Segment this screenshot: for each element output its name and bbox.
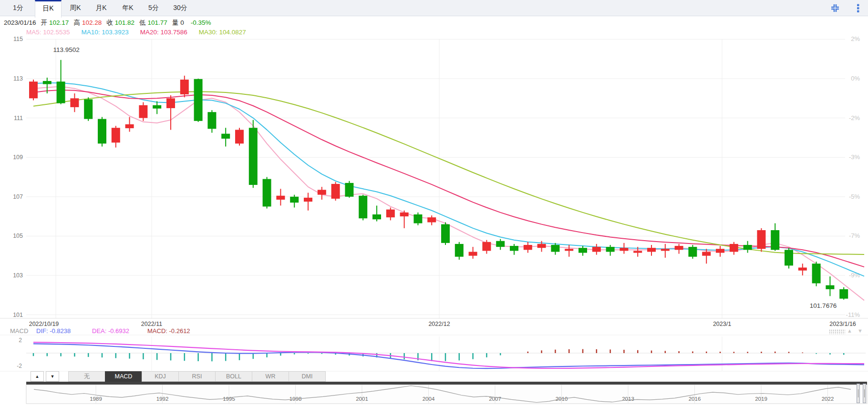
indicator-tab-MACD[interactable]: MACD [105, 371, 142, 382]
price-annotation: 101.7676 [810, 302, 837, 309]
period-tabbar: 1分日K周K月K年K5分30分 [0, 0, 868, 16]
navigator-year-label: 1989 [90, 396, 102, 402]
ma-line-MA5 [33, 87, 864, 301]
candle-body [413, 214, 422, 223]
period-tab-3[interactable]: 周K [62, 0, 88, 16]
candle-body [716, 249, 724, 253]
percent-axis-label: 2% [851, 35, 860, 42]
kline-chart-app: { "accent_colors": { "up_red": "#ec2d30"… [0, 0, 868, 416]
navigator-year-label: 2022 [822, 396, 834, 402]
quote-date: 2023/01/16 [4, 19, 36, 26]
candle-body [441, 224, 450, 243]
candle-body [304, 198, 312, 202]
candle-body [496, 241, 505, 247]
indicator-tab-RSI[interactable]: RSI [178, 371, 216, 382]
candle-body [249, 128, 258, 185]
field-value: 102.28 [82, 19, 102, 26]
kline-chart-canvas[interactable]: 1152%1130%111-2%109-3%107-5%105-7%103-9%… [0, 0, 868, 416]
candle-body [221, 134, 230, 139]
kebab-menu-icon[interactable] [853, 3, 863, 13]
percent-axis-label: -2% [849, 114, 860, 122]
field-value: 101.77 [147, 19, 167, 26]
candle-body [675, 246, 683, 250]
price-axis-label: 103 [13, 272, 23, 279]
percent-axis-label: -5% [849, 193, 860, 200]
collapse-icon[interactable] [830, 3, 840, 13]
candle-body [372, 214, 381, 219]
ma-legend-4: MA30: 104.0827 [199, 29, 246, 36]
indicator-tab-WR[interactable]: WR [252, 371, 289, 382]
ma-legend-3: MA20: 103.7586 [140, 29, 187, 36]
field-value: 101.82 [115, 19, 134, 26]
candle-body [112, 128, 120, 142]
candle-body [276, 196, 285, 200]
macd-value-label: DIF: -0.8238 [36, 327, 71, 335]
candle-body [400, 213, 409, 216]
ma-values-row: MA5: 102.5535MA10: 103.3923MA20: 103.758… [26, 29, 258, 37]
field-label: 开 [41, 19, 48, 26]
indicator-tab-BOLL[interactable]: BOLL [215, 371, 252, 382]
macd-scroll-strip[interactable] [829, 329, 845, 334]
candle-body [482, 242, 491, 251]
candle-body [263, 179, 271, 207]
period-tab-2[interactable]: 日K [35, 0, 62, 18]
macd-axis-label: -2 [17, 363, 22, 369]
macd-value-label: DEA: -0.6932 [92, 327, 129, 335]
navigator-slider-handle-right[interactable] [863, 384, 866, 403]
ma-legend-2: MA10: 103.3923 [82, 29, 129, 36]
macd-scroll-up-icon[interactable]: ▲ [847, 328, 852, 334]
macd-scroll-down-icon[interactable]: ▼ [858, 328, 863, 334]
candle-body [592, 247, 601, 252]
candle-body [633, 251, 642, 253]
candle-body [180, 80, 189, 94]
period-tab-1[interactable]: 1分 [5, 0, 31, 16]
candle-body [826, 285, 834, 289]
candle-body [620, 248, 628, 251]
candle-body [537, 244, 546, 248]
candle-body [235, 130, 244, 143]
indicator-tab-无[interactable]: 无 [68, 371, 105, 382]
candle-body [688, 247, 697, 257]
navigator-year-label: 2001 [356, 396, 368, 402]
indicator-up-button[interactable]: ▲ [31, 371, 44, 382]
indicator-tab-KDJ[interactable]: KDJ [142, 371, 179, 382]
navigator-year-label: 2013 [622, 396, 634, 402]
candle-body [29, 81, 38, 98]
period-tab-7[interactable]: 30分 [167, 0, 193, 16]
candle-body [551, 245, 559, 252]
period-tab-5[interactable]: 年K [115, 0, 141, 16]
macd-value-label: MACD: -0.2612 [147, 327, 190, 335]
navigator-slider-handle-left[interactable] [857, 384, 860, 403]
navigator-year-label: 1992 [156, 396, 169, 402]
navigator-year-label: 2019 [755, 396, 767, 402]
candle-body [57, 81, 65, 103]
candle-body [647, 248, 656, 252]
percent-axis-label: -3% [849, 153, 860, 161]
field-label: 低 [139, 19, 146, 26]
ma-line-MA10 [33, 83, 864, 276]
field-label: 量 [172, 19, 179, 26]
candle-body [757, 230, 765, 249]
price-axis-label: 113 [13, 75, 23, 82]
candle-body [579, 248, 587, 253]
period-tab-6[interactable]: 5分 [141, 0, 166, 16]
percent-axis-label: -7% [849, 232, 860, 239]
indicator-down-button[interactable]: ▼ [46, 371, 59, 382]
percent-axis-label: 0% [851, 75, 860, 82]
candle-body [318, 190, 326, 194]
ohlc-info-row: 2023/01/16开102.17高102.28收101.82低101.77量0… [4, 19, 211, 27]
field-label: 高 [73, 19, 80, 26]
candle-body [812, 264, 821, 283]
candle-body [427, 217, 436, 222]
candle-body [139, 105, 147, 118]
candle-body [84, 99, 93, 119]
candle-body [290, 197, 299, 203]
candle-body [98, 119, 106, 144]
price-axis-label: 109 [13, 154, 23, 161]
field-value: 0 [180, 19, 184, 26]
period-tab-4[interactable]: 月K [88, 0, 114, 16]
price-axis-label: 111 [14, 115, 23, 122]
candle-body [565, 249, 573, 251]
indicator-tab-DMI[interactable]: DMI [289, 371, 326, 382]
candle-body [771, 230, 779, 250]
